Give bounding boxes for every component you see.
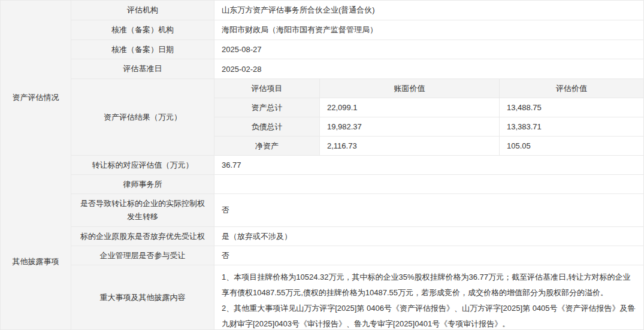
cell-assessed: 13,488.75 [500, 98, 643, 117]
row-label: 律师事务所 [71, 175, 214, 193]
row-value: 山东万方资产评估事务所合伙企业(普通合伙) [214, 1, 643, 20]
group-label-asset-evaluation: 资产评估情况 [1, 1, 71, 194]
group-label-text: 资产评估情况 [13, 92, 59, 103]
section-rows: 评估机构 山东万方资产评估事务所合伙企业(普通合伙) 核准（备案）机构 海阳市财… [71, 1, 643, 194]
row-label: 是否导致转让标的企业的实际控制权发生转移 [71, 194, 214, 226]
row-label: 企业管理层是否参与受让 [71, 246, 214, 265]
row-value: 2025-08-27 [214, 40, 643, 59]
table-row: 转让标的对应评估值（万元） 36.77 [71, 156, 643, 175]
row-label: 评估基准日 [71, 59, 214, 78]
table-row: 评估基准日 2025-02-28 [71, 59, 643, 79]
cell-assessed: 13,383.71 [500, 117, 643, 136]
row-label: 评估机构 [71, 1, 214, 20]
section-asset-evaluation: 资产评估情况 评估机构 山东万方资产评估事务所合伙企业(普通合伙) 核准（备案）… [1, 1, 643, 194]
table-row: 是否导致转让标的企业的实际控制权发生转移 否 [71, 194, 643, 227]
table-row: 律师事务所 [71, 175, 643, 194]
cell-book: 19,982.37 [320, 117, 500, 136]
row-value: 海阳市财政局（海阳市国有资产监督管理局） [214, 20, 643, 40]
group-label-other-disclosures: 其他披露事项 [1, 194, 71, 329]
cell-item: 负债总计 [214, 117, 320, 136]
section-rows: 是否导致转让标的企业的实际控制权发生转移 否 标的企业原股东是否放弃优先受让权 … [71, 194, 643, 329]
section-other-disclosures: 其他披露事项 是否导致转让标的企业的实际控制权发生转移 否 标的企业原股东是否放… [1, 194, 643, 329]
row-value: 是（放弃或不涉及） [214, 227, 643, 246]
table-row-major-matters: 重大事项及其他披露内容 1、本项目挂牌价格为10524.32万元，其中标的企业3… [71, 265, 643, 329]
header-cell-item: 评估项目 [214, 79, 320, 98]
table-row: 标的企业原股东是否放弃优先受让权 是（放弃或不涉及） [71, 227, 643, 246]
row-label: 重大事项及其他披露内容 [71, 265, 214, 329]
header-cell-assessed: 评估价值 [500, 79, 643, 98]
assessment-table-row: 负债总计 19,982.37 13,383.71 [214, 117, 643, 137]
row-value: 36.77 [214, 156, 643, 174]
asset-evaluation-table: 资产评估情况 评估机构 山东万方资产评估事务所合伙企业(普通合伙) 核准（备案）… [0, 0, 644, 330]
cell-item: 资产总计 [214, 98, 320, 117]
cell-assessed: 105.05 [500, 137, 643, 155]
header-cell-book: 账面价值 [320, 79, 500, 98]
table-row: 企业管理层是否参与受让 否 [71, 246, 643, 265]
disclosure-paragraph-1: 1、本项目挂牌价格为10524.32万元，其中标的企业35%股权挂牌价格为36.… [222, 270, 636, 301]
row-label: 资产评估结果（万元） [71, 79, 214, 155]
table-row: 核准（备案）日期 2025-08-27 [71, 40, 643, 59]
table-row-assessment-results: 资产评估结果（万元） 评估项目 账面价值 评估价值 资产总计 22,099.1 … [71, 79, 643, 156]
cell-book: 2,116.73 [320, 137, 500, 155]
assessment-results-table: 评估项目 账面价值 评估价值 资产总计 22,099.1 13,488.75 负… [214, 79, 643, 155]
cell-item: 净资产 [214, 137, 320, 155]
disclosure-paragraph-2: 2、其他重大事项详见山万方评字[2025]第 0406号《资产评估报告》、山万方… [222, 301, 636, 330]
assessment-table-row: 净资产 2,116.73 105.05 [214, 137, 643, 155]
group-label-text: 其他披露事项 [13, 256, 59, 267]
row-value: 否 [214, 194, 643, 226]
row-label: 转让标的对应评估值（万元） [71, 156, 214, 174]
row-value: 2025-02-28 [214, 59, 643, 78]
row-value: 否 [214, 246, 643, 265]
assessment-table-header-row: 评估项目 账面价值 评估价值 [214, 79, 643, 98]
row-label: 核准（备案）机构 [71, 20, 214, 40]
cell-book: 22,099.1 [320, 98, 500, 117]
table-row: 评估机构 山东万方资产评估事务所合伙企业(普通合伙) [71, 1, 643, 20]
row-label: 标的企业原股东是否放弃优先受让权 [71, 227, 214, 246]
table-row: 核准（备案）机构 海阳市财政局（海阳市国有资产监督管理局） [71, 20, 643, 40]
row-value [214, 175, 643, 193]
row-label: 核准（备案）日期 [71, 40, 214, 59]
assessment-table-row: 资产总计 22,099.1 13,488.75 [214, 98, 643, 117]
row-value-paragraphs: 1、本项目挂牌价格为10524.32万元，其中标的企业35%股权挂牌价格为36.… [214, 265, 643, 329]
